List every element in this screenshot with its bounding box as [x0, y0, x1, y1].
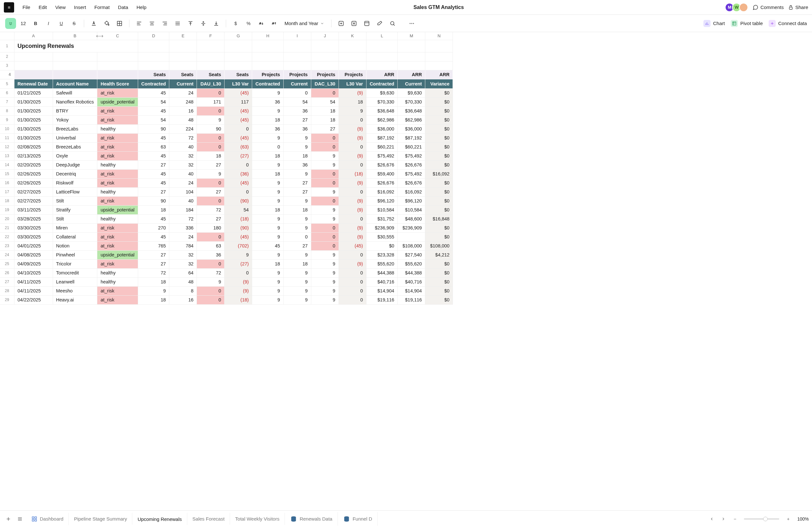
cell[interactable]: 24 — [169, 88, 197, 97]
cell[interactable]: 9 — [252, 187, 284, 196]
cell[interactable]: $0 — [425, 133, 453, 142]
cell[interactable]: $55,620 — [398, 259, 425, 268]
row-number[interactable]: 10 — [0, 124, 14, 133]
cell[interactable]: Seats — [224, 70, 252, 79]
cell[interactable]: $4,212 — [425, 250, 453, 259]
cell[interactable]: 9 — [252, 160, 284, 169]
col-header[interactable]: I — [283, 32, 311, 40]
col-header[interactable]: H — [252, 32, 284, 40]
cell[interactable]: $26,676 — [398, 179, 425, 187]
cell[interactable]: $16,092 — [366, 187, 398, 196]
cell[interactable]: $40,716 — [398, 277, 425, 286]
cell[interactable]: at_risk — [97, 88, 138, 97]
cell[interactable]: 9 — [283, 133, 311, 142]
cell[interactable] — [53, 52, 97, 61]
tab-prev-button[interactable] — [707, 514, 717, 524]
cell[interactable]: $75,492 — [366, 151, 398, 160]
cell[interactable]: $36,000 — [398, 124, 425, 133]
app-logo[interactable]: ≡ — [4, 2, 14, 13]
cell[interactable]: 27 — [311, 124, 338, 133]
col-header[interactable]: A — [14, 32, 53, 40]
cell[interactable]: 04/08/2025 — [14, 250, 53, 259]
cell[interactable]: 36 — [283, 106, 311, 115]
cell[interactable]: Heavy.ai — [53, 295, 97, 304]
cell[interactable]: 72 — [169, 133, 197, 142]
cell[interactable]: upside_potential — [97, 250, 138, 259]
cell[interactable]: (9) — [338, 133, 366, 142]
cell[interactable]: Projects — [252, 70, 284, 79]
cell[interactable]: 18 — [138, 277, 169, 286]
sheet-tab[interactable]: Dashboard — [26, 513, 69, 525]
cell[interactable]: (27) — [224, 259, 252, 268]
cell[interactable]: L30 Var — [224, 79, 252, 88]
cell[interactable]: Miren — [53, 223, 97, 232]
cell[interactable]: Account Name — [53, 79, 97, 88]
cell[interactable]: Current — [398, 79, 425, 88]
cell[interactable]: at_risk — [97, 232, 138, 241]
cell[interactable] — [14, 61, 53, 70]
cell[interactable]: (9) — [338, 205, 366, 214]
cell[interactable]: 9 — [252, 179, 284, 187]
cell[interactable]: 248 — [169, 97, 197, 106]
cell[interactable] — [398, 52, 425, 61]
cell[interactable]: 171 — [197, 97, 224, 106]
cell[interactable]: 0 — [224, 124, 252, 133]
cell[interactable]: 03/30/2025 — [14, 223, 53, 232]
row-number[interactable]: 5 — [0, 79, 14, 88]
cell[interactable]: $0 — [425, 277, 453, 286]
row-number[interactable]: 8 — [0, 106, 14, 115]
cell[interactable]: 9 — [197, 115, 224, 124]
cell[interactable]: 90 — [138, 124, 169, 133]
col-header[interactable]: J — [311, 32, 338, 40]
cell[interactable]: 9 — [252, 196, 284, 205]
cell[interactable]: Yokoy — [53, 115, 97, 124]
strike-button[interactable]: S — [69, 18, 79, 29]
cell[interactable]: 0 — [197, 142, 224, 151]
cell[interactable]: 27 — [197, 160, 224, 169]
share-button[interactable]: Share — [788, 4, 808, 10]
cell[interactable]: Stratify — [53, 205, 97, 214]
col-header[interactable]: M — [398, 32, 425, 40]
cell[interactable]: at_risk — [97, 295, 138, 304]
cell[interactable]: 0 — [197, 88, 224, 97]
cell[interactable] — [197, 61, 224, 70]
cell[interactable]: $30,555 — [366, 232, 398, 241]
cell[interactable]: $40,716 — [366, 277, 398, 286]
cell[interactable]: 48 — [169, 277, 197, 286]
cell[interactable]: 9 — [252, 223, 284, 232]
row-number[interactable]: 15 — [0, 169, 14, 179]
cell[interactable]: (9) — [338, 223, 366, 232]
chart-chip[interactable]: Chart — [704, 20, 725, 27]
cell[interactable]: 90 — [197, 124, 224, 133]
cell[interactable]: (27) — [224, 151, 252, 160]
cell[interactable]: $48,600 — [398, 214, 425, 223]
cell[interactable]: at_risk — [97, 223, 138, 232]
cell[interactable]: (45) — [224, 106, 252, 115]
all-sheets-button[interactable] — [15, 514, 25, 524]
cell[interactable]: 27 — [138, 259, 169, 268]
cell[interactable]: $14,904 — [366, 286, 398, 295]
cell[interactable]: healthy — [97, 160, 138, 169]
col-header[interactable]: F — [197, 32, 224, 40]
cell[interactable]: $60,221 — [398, 142, 425, 151]
more-button[interactable] — [407, 18, 417, 29]
zoom-slider[interactable] — [744, 518, 779, 519]
cell[interactable]: (90) — [224, 196, 252, 205]
cell[interactable] — [398, 40, 425, 52]
cell[interactable] — [283, 61, 311, 70]
cell[interactable]: 32 — [169, 151, 197, 160]
cell[interactable]: 9 — [311, 259, 338, 268]
cell[interactable]: 270 — [138, 223, 169, 232]
cell[interactable]: Contracted — [252, 79, 284, 88]
cell[interactable]: 9 — [197, 277, 224, 286]
cell[interactable]: DeepJudge — [53, 160, 97, 169]
cell[interactable]: Projects — [338, 70, 366, 79]
row-number[interactable]: 24 — [0, 250, 14, 259]
cell[interactable]: 18 — [197, 151, 224, 160]
row-number[interactable]: 20 — [0, 214, 14, 223]
cell[interactable]: 36 — [283, 124, 311, 133]
row-number[interactable]: 11 — [0, 133, 14, 142]
cell[interactable]: at_risk — [97, 286, 138, 295]
col-header[interactable]: B⟷ — [53, 32, 97, 40]
cell[interactable]: 04/22/2025 — [14, 295, 53, 304]
